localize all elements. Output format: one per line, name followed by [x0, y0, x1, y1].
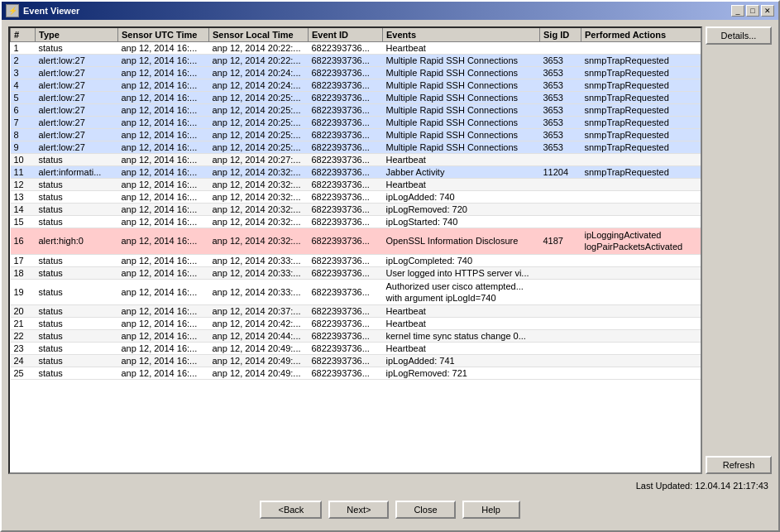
table-row[interactable]: 2alert:low:27anp 12, 2014 16:...anp 12, … [11, 55, 701, 67]
table-cell: anp 12, 2014 16:... [118, 42, 209, 55]
table-row[interactable]: 8alert:low:27anp 12, 2014 16:...anp 12, … [11, 129, 701, 141]
table-cell: 4187 [540, 228, 581, 255]
table-cell: Heartbeat [383, 154, 540, 166]
window-title: Event Viewer [23, 6, 79, 16]
table-cell: anp 12, 2014 16:... [118, 254, 209, 266]
table-cell: 6822393736... [309, 129, 383, 141]
table-cell: 7 [11, 117, 36, 129]
close-button[interactable]: ✕ [761, 5, 774, 17]
table-cell: Authorized user cisco attempted... with … [383, 279, 540, 305]
table-cell: alert:informati... [36, 166, 118, 179]
table-cell [581, 179, 701, 191]
table-cell: 6822393736... [309, 166, 383, 179]
table-cell: anp 12, 2014 16:... [118, 228, 209, 255]
table-row[interactable]: 7alert:low:27anp 12, 2014 16:...anp 12, … [11, 117, 701, 129]
table-cell: anp 12, 2014 16:... [118, 129, 209, 141]
table-row[interactable]: 6alert:low:27anp 12, 2014 16:...anp 12, … [11, 104, 701, 117]
help-button[interactable]: Help [462, 501, 520, 519]
table-row[interactable]: 4alert:low:27anp 12, 2014 16:...anp 12, … [11, 79, 701, 92]
table-cell [581, 254, 701, 266]
refresh-button[interactable]: Refresh [706, 456, 772, 474]
table-row[interactable]: 12statusanp 12, 2014 16:...anp 12, 2014 … [11, 179, 701, 191]
table-cell: anp 12, 2014 20:32:... [209, 191, 309, 204]
table-cell: anp 12, 2014 20:27:... [209, 154, 309, 166]
table-cell: 3653 [540, 79, 581, 92]
table-cell [540, 367, 581, 380]
table-row[interactable]: 23statusanp 12, 2014 16:...anp 12, 2014 … [11, 343, 701, 355]
maximize-button[interactable]: □ [746, 5, 759, 17]
table-cell: 18 [11, 266, 36, 279]
table-cell: anp 12, 2014 20:33:... [209, 254, 309, 266]
details-button[interactable]: Details... [706, 26, 772, 45]
table-cell: 14 [11, 204, 36, 216]
table-cell: snmpTrapRequested [581, 117, 701, 129]
table-cell: anp 12, 2014 20:32:... [209, 228, 309, 255]
table-header-row: # Type Sensor UTC Time Sensor Local Time… [11, 28, 701, 42]
events-table: # Type Sensor UTC Time Sensor Local Time… [10, 28, 701, 380]
table-row[interactable]: 22statusanp 12, 2014 16:...anp 12, 2014 … [11, 330, 701, 343]
table-cell: 17 [11, 254, 36, 266]
table-cell: anp 12, 2014 16:... [118, 343, 209, 355]
table-cell: snmpTrapRequested [581, 79, 701, 92]
table-cell: status [36, 154, 118, 166]
table-cell: Heartbeat [383, 343, 540, 355]
table-row[interactable]: 13statusanp 12, 2014 16:...anp 12, 2014 … [11, 191, 701, 204]
table-cell: anp 12, 2014 16:... [118, 318, 209, 330]
table-row[interactable]: 9alert:low:27anp 12, 2014 16:...anp 12, … [11, 141, 701, 154]
back-button[interactable]: <Back [260, 501, 322, 519]
table-cell: alert:low:27 [36, 67, 118, 79]
table-row[interactable]: 24statusanp 12, 2014 16:...anp 12, 2014 … [11, 355, 701, 367]
table-cell: 9 [11, 141, 36, 154]
table-cell: ipLogRemoved: 720 [383, 204, 540, 216]
table-row[interactable]: 18statusanp 12, 2014 16:...anp 12, 2014 … [11, 266, 701, 279]
table-cell: snmpTrapRequested [581, 55, 701, 67]
table-row[interactable]: 15statusanp 12, 2014 16:...anp 12, 2014 … [11, 216, 701, 228]
table-cell: anp 12, 2014 16:... [118, 67, 209, 79]
table-cell: 16 [11, 228, 36, 255]
table-cell: anp 12, 2014 16:... [118, 166, 209, 179]
table-row[interactable]: 1statusanp 12, 2014 16:...anp 12, 2014 2… [11, 42, 701, 55]
table-row[interactable]: 11alert:informati...anp 12, 2014 16:...a… [11, 166, 701, 179]
table-cell: anp 12, 2014 20:49:... [209, 355, 309, 367]
table-cell: 25 [11, 367, 36, 380]
minimize-button[interactable]: _ [731, 5, 744, 17]
table-cell: status [36, 254, 118, 266]
table-cell: 3653 [540, 92, 581, 104]
col-header-type: Type [36, 28, 118, 42]
table-cell: status [36, 367, 118, 380]
table-cell: 6822393736... [309, 305, 383, 318]
table-cell [540, 343, 581, 355]
table-cell: 6822393736... [309, 216, 383, 228]
table-cell: status [36, 191, 118, 204]
table-cell: 6822393736... [309, 67, 383, 79]
table-cell: 22 [11, 330, 36, 343]
table-cell: 12 [11, 179, 36, 191]
table-cell: User logged into HTTPS server vi... [383, 266, 540, 279]
table-cell: 3653 [540, 117, 581, 129]
table-row[interactable]: 10statusanp 12, 2014 16:...anp 12, 2014 … [11, 154, 701, 166]
table-scroll[interactable]: # Type Sensor UTC Time Sensor Local Time… [10, 28, 701, 472]
table-cell: 6822393736... [309, 318, 383, 330]
next-button[interactable]: Next> [328, 501, 389, 519]
table-row[interactable]: 20statusanp 12, 2014 16:...anp 12, 2014 … [11, 305, 701, 318]
table-row[interactable]: 25statusanp 12, 2014 16:...anp 12, 2014 … [11, 367, 701, 380]
window-content: # Type Sensor UTC Time Sensor Local Time… [2, 20, 778, 530]
table-cell: Multiple Rapid SSH Connections [383, 129, 540, 141]
table-cell: ipLogAdded: 740 [383, 191, 540, 204]
table-row[interactable]: 14statusanp 12, 2014 16:...anp 12, 2014 … [11, 204, 701, 216]
table-cell [581, 216, 701, 228]
table-row[interactable]: 16alert:high:0anp 12, 2014 16:...anp 12,… [11, 228, 701, 255]
table-cell: anp 12, 2014 20:24:... [209, 79, 309, 92]
table-row[interactable]: 21statusanp 12, 2014 16:...anp 12, 2014 … [11, 318, 701, 330]
table-cell: ipLogStarted: 740 [383, 216, 540, 228]
table-row[interactable]: 17statusanp 12, 2014 16:...anp 12, 2014 … [11, 254, 701, 266]
close-button[interactable]: Close [395, 501, 455, 519]
table-row[interactable]: 5alert:low:27anp 12, 2014 16:...anp 12, … [11, 92, 701, 104]
table-cell: 3653 [540, 55, 581, 67]
table-row[interactable]: 3alert:low:27anp 12, 2014 16:...anp 12, … [11, 67, 701, 79]
table-row[interactable]: 19statusanp 12, 2014 16:...anp 12, 2014 … [11, 279, 701, 305]
table-cell: status [36, 204, 118, 216]
table-cell: 6822393736... [309, 154, 383, 166]
table-cell [540, 318, 581, 330]
table-cell: Multiple Rapid SSH Connections [383, 117, 540, 129]
